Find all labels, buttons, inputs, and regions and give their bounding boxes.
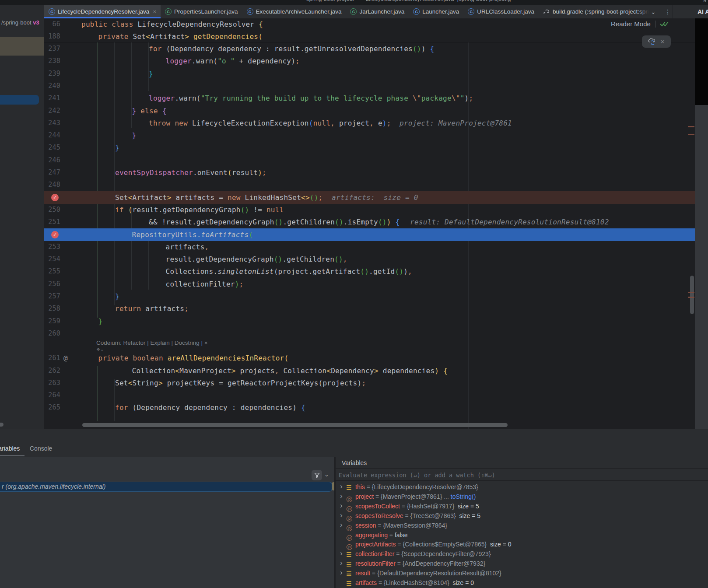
debug-tab-variables[interactable]: Variables [0, 445, 20, 452]
code-line-237[interactable]: 237for (Dependency dependency : result.g… [44, 42, 695, 55]
variable-row-this[interactable]: ›this = {LifecycleDependencyResolver@785… [336, 482, 708, 492]
editor-tab-build[interactable]: build.gradle (:spring-boot-project:spri [539, 5, 650, 18]
frame-row-selected[interactable]: r (org.apache.maven.lifecycle.internal) [0, 482, 332, 492]
variable-row-project[interactable]: ›pproject = {MavenProject@7861} ... toSt… [336, 492, 708, 501]
editor-tab-ExecutableArchiveLauncher[interactable]: CExecutableArchiveLauncher.java [242, 5, 346, 18]
editor-vscrollbar[interactable] [690, 276, 694, 314]
code-line-257[interactable]: 257} [44, 290, 695, 303]
code-editor[interactable]: 237for (Dependency dependency : result.g… [44, 18, 695, 429]
code-line-248[interactable]: 248 [44, 178, 695, 191]
code-line-251[interactable]: 251&& !result.getDependencyGraph().getCh… [44, 216, 695, 228]
expand-chevron-icon[interactable]: › [340, 501, 343, 511]
codeium-label[interactable]: Codeium: Refactor | Explain | Docstring … [96, 340, 208, 346]
code-line-244[interactable]: 244} [44, 129, 695, 142]
editor-tab-URLClassLoader[interactable]: CURLClassLoader.java [463, 5, 539, 18]
variable-row-aggregating[interactable]: paggregating = false [336, 530, 708, 540]
codeium-inline-actions[interactable]: Codeium: Refactor | Explain | Docstring … [96, 340, 359, 352]
line-number: 258 [44, 302, 60, 315]
expand-chevron-icon[interactable]: › [340, 482, 343, 491]
editor-hscrollbar[interactable] [82, 423, 508, 427]
code-line-243[interactable]: 243throw new LifecycleExecutionException… [44, 117, 695, 130]
variable-row-collectionFilter[interactable]: ›collectionFilter = {ScopeDependencyFilt… [336, 549, 708, 559]
expand-chevron-icon[interactable]: › [340, 520, 343, 530]
code-line-247[interactable]: 247eventSpyDispatcher.onEvent(result); [44, 166, 695, 179]
evaluate-expression-input[interactable]: Evaluate expression (↵) or add a watch (… [339, 472, 495, 479]
variable-row-scopesToResolve[interactable]: ›pscopesToResolve = {TreeSet@7863} size … [336, 511, 708, 521]
class-icon: C [247, 8, 253, 15]
tab-label: build.gradle (:spring-boot-project:spri [553, 8, 649, 15]
code-line-259[interactable]: 259} [44, 315, 695, 328]
expand-chevron-icon[interactable]: › [340, 549, 343, 558]
breakpoint-icon[interactable]: ✓ [51, 194, 59, 201]
close-icon[interactable]: × [153, 8, 156, 15]
line-number: 247 [44, 166, 60, 179]
code-line-258[interactable]: 258return artifacts; [44, 302, 695, 315]
project-version-badge: v3 [33, 19, 39, 26]
close-icon[interactable]: ✕ [660, 38, 665, 45]
chevron-down-icon[interactable]: ⌄ [324, 471, 329, 478]
code-line-254[interactable]: 254result.getDependencyGraph().getChildr… [44, 253, 695, 266]
code-line-262[interactable]: 262Collection<MavenProject> projects, Co… [44, 364, 695, 377]
frames-pane: r (org.apache.maven.lifecycle.internal) [0, 457, 334, 588]
code-line-242[interactable]: 242} else { [44, 105, 695, 117]
variable-row-result[interactable]: ›result = {DefaultDependencyResolutionRe… [336, 568, 708, 578]
expand-chevron-icon[interactable]: › [340, 558, 343, 568]
code-line-264[interactable]: 264 [44, 389, 695, 402]
editor-tab-JarLauncher[interactable]: CJarLauncher.java [346, 5, 409, 18]
code-line-255[interactable]: 255Collections.singletonList(project.get… [44, 265, 695, 278]
editor-tab-LifecycleDependencyResolver[interactable]: CLifecycleDependencyResolver.java× [44, 5, 161, 18]
code-line-239[interactable]: 239} [44, 67, 695, 80]
gradle-icon [543, 8, 550, 15]
tab-ai-assistant[interactable]: AI As [697, 5, 708, 18]
variable-row-artifacts[interactable]: artifacts = {LinkedHashSet@8104} size = … [336, 578, 708, 588]
chevron-down-icon[interactable]: ⌄ [651, 5, 656, 18]
codeium-icon[interactable]: ❖⌄ [96, 347, 359, 352]
kebab-menu-icon[interactable]: ⋮ [665, 5, 671, 18]
project-focused-row[interactable] [0, 95, 39, 105]
variable-row-resolutionFilter[interactable]: ›resolutionFilter = {AndDependencyFilter… [336, 559, 708, 568]
tab-label: Launcher.java [422, 8, 459, 15]
code-line-261[interactable]: 261@private boolean areAllDependenciesIn… [44, 352, 695, 364]
line-number: 261 [44, 352, 60, 364]
code-line-265[interactable]: 265for (Dependency dependency : dependen… [44, 401, 695, 414]
project-selected-row[interactable] [0, 37, 44, 56]
sticky-lines: 66public class LifecycleDependencyResolv… [44, 18, 695, 42]
code-line-256[interactable]: 256collectionFilter); [44, 278, 695, 290]
code-line-250[interactable]: 250if (result.getDependencyGraph() != nu… [44, 203, 695, 216]
expand-chevron-icon[interactable]: › [340, 511, 343, 520]
line-number: 255 [44, 265, 60, 278]
filter-button[interactable] [312, 470, 322, 480]
line-number: 254 [44, 253, 60, 266]
filter-icon [314, 472, 320, 478]
project-root-item[interactable]: /spring-boot v3 [1, 19, 39, 26]
variable-row-projectArtifacts[interactable]: pprojectArtifacts = {Collections$EmptySe… [336, 539, 708, 549]
code-line-240[interactable]: 240 [44, 80, 695, 92]
editor-tab-Launcher[interactable]: CLauncher.java [409, 5, 463, 18]
annotation-gutter-icon[interactable]: @ [63, 352, 68, 364]
expand-chevron-icon[interactable]: › [340, 491, 343, 501]
sticky-line-188[interactable]: 188private Set<Artifact> getDependencies… [44, 31, 695, 43]
code-line-263[interactable]: 263Set<String> projectKeys = getReactorP… [44, 377, 695, 389]
ai-inline-widget[interactable]: ✕ [642, 35, 671, 48]
code-line-238[interactable]: 238logger.warn("o " + dependency); [44, 55, 695, 67]
tab-label: URLClassLoader.java [477, 8, 534, 15]
breakpoint-icon[interactable]: ✓ [51, 231, 59, 238]
tab-label: JarLauncher.java [359, 8, 404, 15]
code-line-241[interactable]: 241logger.warn("Try running the build up… [44, 92, 695, 105]
sticky-line-66[interactable]: 66public class LifecycleDependencyResolv… [44, 18, 695, 31]
variable-row-scopesToCollect[interactable]: ›pscopesToCollect = {HashSet@7917} size … [336, 501, 708, 511]
class-icon: C [49, 8, 55, 15]
editor-tab-PropertiesLauncher[interactable]: CPropertiesLauncher.java [161, 5, 242, 18]
code-line-253[interactable]: 253artifacts, [44, 241, 695, 253]
project-hscrollbar[interactable] [0, 423, 4, 427]
code-line-252[interactable]: ✓RepositoryUtils.toArtifacts( [44, 228, 695, 241]
debug-tab-console[interactable]: Console [30, 445, 52, 452]
code-line-260[interactable]: 260 [44, 327, 695, 340]
variable-row-session[interactable]: ›psession = {MavenSession@7864} [336, 521, 708, 530]
code-line-249[interactable]: ✓Set<Artifact> artifacts = new LinkedHas… [44, 191, 695, 204]
expand-chevron-icon[interactable]: › [340, 568, 343, 578]
reader-mode-toggle[interactable]: Reader Mode [611, 20, 669, 28]
code-line-246[interactable]: 246 [44, 154, 695, 167]
editor-tab-bar: CLifecycleDependencyResolver.java×CPrope… [44, 5, 650, 18]
code-line-245[interactable]: 245} [44, 141, 695, 154]
